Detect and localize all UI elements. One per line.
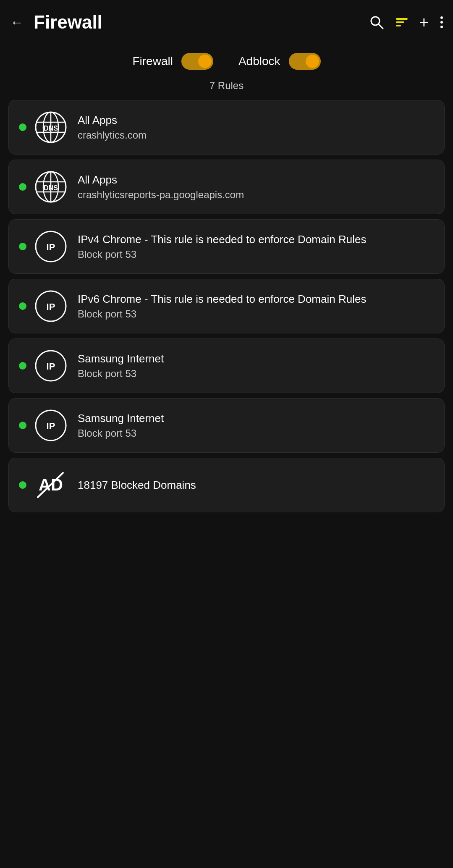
filter-icon[interactable] [396,18,408,26]
svg-text:IP: IP [47,242,55,252]
adblock-toggle[interactable] [289,53,321,70]
dot-3 [440,26,443,28]
rule-subtitle: Block port 53 [78,249,366,260]
status-dot [19,481,26,489]
rule-title: Samsung Internet [78,352,164,365]
rule-title: IPv4 Chrome - This rule is needed to enf… [78,233,366,246]
status-dot [19,362,26,370]
adblock-toggle-thumb [306,55,319,68]
list-item[interactable]: IP Samsung Internet Block port 53 [8,338,445,393]
rule-text: IPv6 Chrome - This rule is needed to enf… [78,293,366,320]
status-dot [19,243,26,250]
rule-text: All Apps crashlytics.com [78,114,147,141]
firewall-toggle-thumb [198,55,212,68]
rule-icon: IP [34,409,68,442]
list-item[interactable]: AD 18197 Blocked Domains [8,458,445,512]
toggles-section: Firewall Adblock [0,41,453,76]
rule-subtitle: Block port 53 [78,427,164,439]
rule-icon: AD [34,468,68,502]
rules-list: DNS All Apps crashlytics.com DNS All App… [0,100,453,517]
rule-icon: IP [34,289,68,323]
filter-line-3 [396,25,401,26]
search-icon[interactable] [369,15,384,30]
rules-count: 7 Rules [0,76,453,100]
rule-subtitle: crashlyticsreports-pa.googleapis.com [78,189,244,201]
firewall-toggle[interactable] [181,53,213,70]
rule-text: 18197 Blocked Domains [78,479,196,492]
adblock-label: Adblock [238,55,280,68]
rule-title: IPv6 Chrome - This rule is needed to enf… [78,293,366,306]
rule-subtitle: crashlytics.com [78,129,147,141]
rule-text: IPv4 Chrome - This rule is needed to enf… [78,233,366,260]
rule-icon: DNS [34,110,68,144]
filter-line-2 [396,21,404,23]
rule-subtitle: Block port 53 [78,308,366,320]
list-item[interactable]: IP Samsung Internet Block port 53 [8,398,445,453]
dot-1 [440,16,443,19]
svg-text:IP: IP [47,302,55,312]
svg-line-1 [379,24,383,29]
list-item[interactable]: IP IPv6 Chrome - This rule is needed to … [8,279,445,333]
list-item[interactable]: IP IPv4 Chrome - This rule is needed to … [8,219,445,274]
svg-text:IP: IP [47,361,55,372]
header: ← Firewall + [0,0,453,41]
rule-title: All Apps [78,173,244,186]
page-title: Firewall [34,12,369,33]
rule-title: 18197 Blocked Domains [78,479,196,492]
firewall-toggle-item: Firewall [132,53,213,70]
more-options-button[interactable] [440,16,443,28]
add-button[interactable]: + [419,14,429,30]
rule-title: All Apps [78,114,147,127]
svg-text:DNS: DNS [44,184,58,191]
dot-2 [440,21,443,24]
status-dot [19,302,26,310]
firewall-label: Firewall [132,55,173,68]
svg-text:DNS: DNS [44,125,58,132]
rule-subtitle: Block port 53 [78,368,164,380]
status-dot [19,183,26,191]
rule-title: Samsung Internet [78,412,164,425]
rule-text: Samsung Internet Block port 53 [78,352,164,380]
filter-line-1 [396,18,408,20]
list-item[interactable]: DNS All Apps crashlyticsreports-pa.googl… [8,160,445,214]
rule-icon: IP [34,230,68,263]
status-dot [19,123,26,131]
back-button[interactable]: ← [10,15,24,30]
rule-text: Samsung Internet Block port 53 [78,412,164,439]
rule-icon: DNS [34,170,68,204]
rule-text: All Apps crashlyticsreports-pa.googleapi… [78,173,244,201]
list-item[interactable]: DNS All Apps crashlytics.com [8,100,445,155]
header-actions: + [369,14,443,30]
rule-icon: IP [34,349,68,383]
svg-text:IP: IP [47,421,55,431]
status-dot [19,422,26,429]
adblock-toggle-item: Adblock [238,53,321,70]
